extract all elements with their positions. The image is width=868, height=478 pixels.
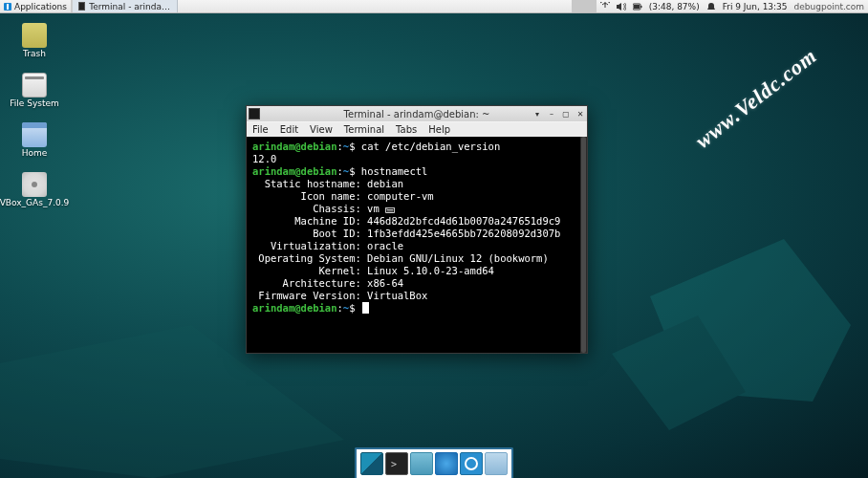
system-tray: (3:48, 87%) Fri 9 Jun, 13:35 debugpoint.…: [597, 0, 868, 12]
network-icon[interactable]: [600, 2, 610, 11]
volume-icon[interactable]: [617, 2, 626, 11]
applications-label: Applications: [14, 2, 67, 11]
menu-terminal[interactable]: Terminal: [338, 124, 390, 135]
disc-icon: [22, 172, 47, 197]
task-label: Terminal - arindam@de...: [89, 2, 171, 11]
window-maximize-button[interactable]: ▢: [561, 109, 571, 119]
menu-view[interactable]: View: [304, 124, 338, 135]
svg-marker-1: [612, 315, 746, 430]
applications-menu[interactable]: Applications: [0, 0, 72, 12]
drive-icon: [22, 73, 47, 98]
trash-icon: [22, 23, 47, 48]
menu-tabs[interactable]: Tabs: [390, 124, 423, 135]
battery-text: (3:48, 87%): [649, 2, 700, 11]
menu-help[interactable]: Help: [423, 124, 456, 135]
terminal-output: arindam@debian:~$ cat /etc/debian_versio…: [252, 141, 581, 315]
clock[interactable]: Fri 9 Jun, 13:35: [723, 2, 788, 11]
battery-icon[interactable]: [633, 2, 642, 11]
taskbar-item-terminal[interactable]: Terminal - arindam@de...: [73, 0, 178, 12]
svg-rect-5: [634, 5, 640, 9]
dock-directory[interactable]: [485, 452, 508, 475]
menu-file[interactable]: File: [247, 124, 274, 135]
svg-marker-0: [650, 239, 851, 402]
terminal-scrollbar[interactable]: [579, 137, 587, 353]
menu-edit[interactable]: Edit: [274, 124, 304, 135]
window-minimize-button[interactable]: –: [547, 109, 556, 119]
desktop-icon-vbox[interactable]: VBox_GAs_7.0.9: [10, 172, 59, 208]
window-shade-button[interactable]: ▾: [532, 109, 542, 119]
dock-show-desktop[interactable]: [360, 452, 383, 475]
xfce-logo-icon: [4, 3, 11, 11]
terminal-icon: [249, 108, 260, 120]
desktop-icons: Trash File System Home VBox_GAs_7.0.9: [10, 23, 59, 208]
terminal-window: Terminal - arindam@debian: ~ ▾ – ▢ ✕ Fil…: [246, 105, 588, 354]
dock-terminal[interactable]: [385, 452, 408, 475]
terminal-body[interactable]: arindam@debian:~$ cat /etc/debian_versio…: [247, 137, 587, 353]
dock-file-manager[interactable]: [410, 452, 433, 475]
window-close-button[interactable]: ✕: [575, 109, 585, 119]
terminal-icon: [78, 2, 85, 11]
desktop-icon-trash[interactable]: Trash: [10, 23, 59, 59]
notification-icon[interactable]: [706, 2, 716, 11]
panel-separator: [572, 0, 597, 12]
folder-home-icon: [22, 122, 47, 147]
window-titlebar[interactable]: Terminal - arindam@debian: ~ ▾ – ▢ ✕: [247, 106, 587, 121]
top-panel: Applications Terminal - arindam@de... (3…: [0, 0, 868, 13]
svg-rect-4: [640, 6, 642, 8]
brand-text: debugpoint.com: [794, 2, 864, 11]
desktop-icon-home[interactable]: Home: [10, 122, 59, 159]
dock-app-finder[interactable]: [460, 452, 483, 475]
terminal-menubar: File Edit View Terminal Tabs Help: [247, 121, 587, 137]
desktop-icon-filesystem[interactable]: File System: [10, 73, 59, 109]
dock-web-browser[interactable]: [435, 452, 458, 475]
dock: [355, 447, 513, 478]
watermark: www.Veldc.com: [690, 43, 821, 153]
